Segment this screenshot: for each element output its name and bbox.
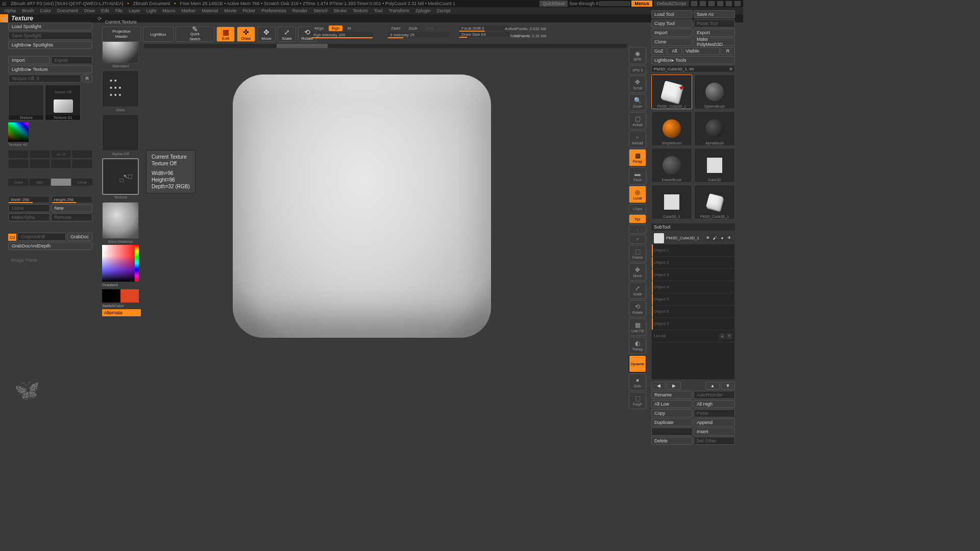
color-picker[interactable] [102, 245, 139, 282]
grad-button[interactable]: Grad [8, 179, 29, 186]
main-swatch[interactable] [51, 179, 71, 186]
load-tool-button[interactable]: Load Tool [651, 10, 693, 18]
menu-alpha[interactable]: Alpha [4, 8, 16, 13]
focal-shift-slider[interactable]: Focal Shift 0 [459, 26, 510, 31]
clear-button[interactable]: Clear [72, 179, 92, 186]
flip-v-button[interactable] [30, 150, 50, 158]
tool-import-button[interactable]: Import [651, 29, 693, 37]
brush-icon[interactable]: 🖌 [712, 235, 718, 241]
draw-size-slider[interactable]: Draw Size 64 [459, 32, 510, 37]
tool-thumb[interactable]: PM3D_Cube3D_1 [694, 185, 735, 219]
refresh-icon[interactable]: ⟳ [97, 16, 102, 21]
rgb-intensity-slider[interactable]: Rgb Intensity 100 [311, 32, 373, 37]
subtool-item[interactable]: Object 7 [652, 318, 734, 330]
lightbox-button[interactable]: LightBox [143, 27, 174, 42]
all-high-button[interactable]: All High [694, 400, 735, 408]
see-through-slider[interactable]: See-through 0 [569, 1, 630, 6]
alpha-thumbnail[interactable]: Alpha Off [102, 114, 139, 151]
window-button[interactable] [691, 1, 698, 7]
m-button[interactable]: M [345, 26, 354, 31]
down-icon[interactable]: ▼ [726, 333, 732, 339]
spix-slider[interactable]: SPix 3 [629, 65, 646, 74]
menu-light[interactable]: Light [146, 8, 157, 13]
stroke-thumbnail[interactable]: Dots [102, 70, 139, 107]
scale-nav-button[interactable]: ⤢Scale [629, 282, 646, 299]
switchcolor-button[interactable]: SwitchColor [102, 304, 141, 308]
material-thumbnail[interactable]: BasicMaterial [102, 202, 139, 239]
up-icon[interactable]: ▲ [719, 333, 725, 339]
goz-all-button[interactable]: All [668, 47, 682, 55]
secondary-color-swatch[interactable] [102, 289, 120, 303]
edit-button[interactable]: ▦Edit [216, 27, 235, 42]
menu-brush[interactable]: Brush [22, 8, 34, 13]
load-spotlight-button[interactable]: Load Spotlight [8, 22, 92, 31]
lsym-button[interactable]: LSym [629, 204, 646, 213]
frame-button[interactable]: ⬚Frame [629, 245, 646, 262]
grabdocanddepth-button[interactable]: GrabDocAndDepth [8, 242, 92, 250]
menu-movie[interactable]: Movie [224, 8, 236, 13]
menu-layer[interactable]: Layer [129, 8, 140, 13]
scale-button[interactable]: ⤢Scale [278, 27, 296, 42]
y-button[interactable]: ↕ [629, 224, 646, 234]
subtool-item[interactable]: Object 3 [652, 269, 734, 281]
quicksave-button[interactable]: QuickSave [540, 1, 568, 7]
alternate-button[interactable]: Alternate [102, 309, 141, 316]
tool-thumb-active[interactable]: ✦PM3D_Cube3D_1 [651, 74, 692, 109]
tool-thumb[interactable]: EraserBrush [651, 148, 692, 183]
on-off-toggle[interactable]: on off [51, 150, 71, 158]
eye-icon[interactable]: 👁 [726, 235, 732, 241]
maximize-button[interactable] [725, 1, 732, 7]
down-button[interactable]: ▼ [721, 382, 735, 390]
copy-tool-button[interactable]: Copy Tool [651, 19, 693, 28]
z-intensity-slider[interactable]: Z Intensity 25 [388, 32, 449, 37]
subtool-item-active[interactable]: PM3D_Cube3D_1 👁🖌●👁 [652, 232, 734, 244]
menu-preferences[interactable]: Preferences [261, 8, 286, 13]
rotate-nav-button[interactable]: ⟲Rotate [629, 300, 646, 317]
menu-edit[interactable]: Edit [101, 8, 109, 13]
arrow-button[interactable]: ▶ [667, 382, 681, 390]
append-button[interactable]: Append [694, 418, 735, 427]
move-nav-button[interactable]: ✥Move [629, 263, 646, 281]
delete-button[interactable]: Delete [651, 437, 693, 445]
tool-export-button[interactable]: Export [694, 29, 735, 37]
quick-sketch-button[interactable]: ✎Quick Sketch [176, 27, 214, 42]
width-slider[interactable]: Width 256 [8, 196, 50, 203]
floor-button[interactable]: ▬Floor [629, 167, 646, 185]
scroll-button[interactable]: ✥Scroll [629, 76, 646, 93]
list-all-row[interactable]: List All▲▼ [652, 330, 734, 342]
canvas-ruler[interactable] [144, 44, 627, 48]
linefill-button[interactable]: ▦Line Fill [629, 318, 646, 336]
tex-op-button[interactable] [30, 159, 50, 168]
make-polymesh-button[interactable]: Make PolyMesh3D [694, 38, 735, 46]
texture-thumbnail[interactable]: ⬚ Texture [102, 158, 139, 195]
xyz-button[interactable]: Xyz [629, 214, 646, 223]
goz-r-button[interactable]: R [721, 47, 735, 55]
subtool-header[interactable]: SubTool [651, 223, 735, 231]
rename-button[interactable]: Rename [651, 391, 693, 399]
close-button[interactable] [734, 1, 741, 7]
default-script[interactable]: DefaultZScript [654, 1, 689, 7]
tex-op-button[interactable] [8, 159, 29, 168]
save-as-button[interactable]: Save As [694, 10, 735, 18]
canvas-viewport[interactable] [156, 65, 607, 400]
lightbox-texture-button[interactable]: Lightbox▸ Texture [8, 65, 92, 73]
menu-macro[interactable]: Macro [162, 8, 175, 13]
solo-button[interactable]: ●Solo [629, 373, 646, 391]
bpr-button[interactable]: ◉BPR [629, 47, 646, 64]
menu-material[interactable]: Material [202, 8, 218, 13]
tool-clone-button[interactable]: Clone [651, 38, 693, 46]
flip-h-button[interactable] [8, 150, 29, 158]
cd-toggle[interactable]: Cd [8, 234, 16, 241]
menu-file[interactable]: File [115, 8, 123, 13]
import-button[interactable]: Import [8, 56, 50, 64]
sphere-icon[interactable]: ● [719, 235, 725, 241]
subtool-copy-button[interactable]: Copy [651, 409, 693, 417]
menu-render[interactable]: Render [292, 8, 308, 13]
tool-thumb[interactable]: SphereBrush [694, 74, 735, 109]
grabdoc-button[interactable]: GrabDoc [67, 233, 92, 241]
menu-stroke[interactable]: Stroke [333, 8, 347, 13]
tool-thumb[interactable]: SimpleBrush [651, 111, 692, 146]
window-button[interactable] [699, 1, 706, 7]
arrow-button[interactable]: ◀ [651, 382, 666, 390]
subtool-item[interactable]: Object 4 [652, 281, 734, 293]
